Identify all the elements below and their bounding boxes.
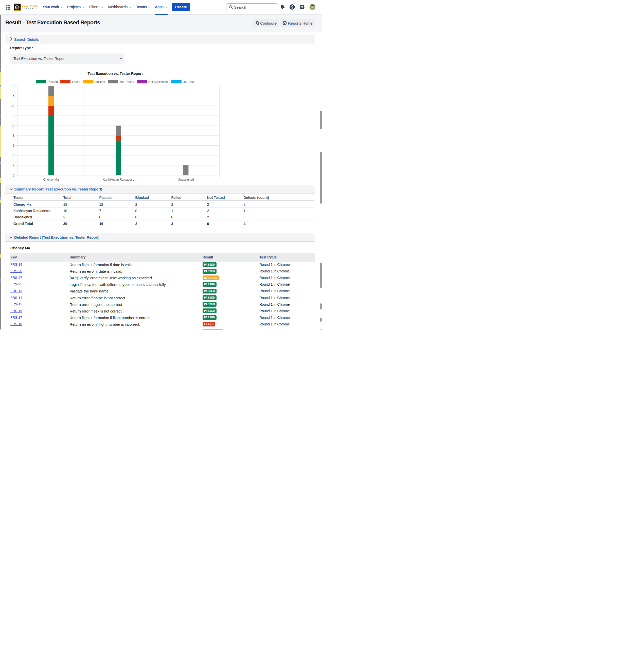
svg-text:Not Applicable: Not Applicable <box>148 80 168 84</box>
svg-text:Failed: Failed <box>72 80 80 84</box>
svg-text:4: 4 <box>13 154 15 157</box>
svg-text:16: 16 <box>11 94 15 98</box>
svg-text:2: 2 <box>13 163 15 167</box>
svg-text:14: 14 <box>11 104 15 108</box>
svg-text:Cheney Ma: Cheney Ma <box>43 178 59 181</box>
svg-text:6: 6 <box>13 144 15 147</box>
svg-text:Test Execution vs. Tester Repo: Test Execution vs. Tester Report <box>88 71 142 75</box>
svg-text:12: 12 <box>11 114 15 118</box>
svg-text:On Hold: On Hold <box>183 80 194 84</box>
svg-text:10: 10 <box>11 124 15 128</box>
svg-text:Unassigned: Unassigned <box>178 178 194 181</box>
svg-text:Karthikeyan Ramadoss: Karthikeyan Ramadoss <box>103 178 134 181</box>
svg-text:Gf: Gf <box>16 6 18 8</box>
svg-text:Not Tested: Not Tested <box>120 80 134 84</box>
svg-text:18: 18 <box>11 84 15 88</box>
svg-text:0: 0 <box>13 174 15 177</box>
svg-text:8: 8 <box>13 134 15 137</box>
svg-text:79F: 79F <box>15 4 16 5</box>
svg-text:Blocked: Blocked <box>94 80 105 84</box>
svg-text:Passed: Passed <box>48 80 58 84</box>
